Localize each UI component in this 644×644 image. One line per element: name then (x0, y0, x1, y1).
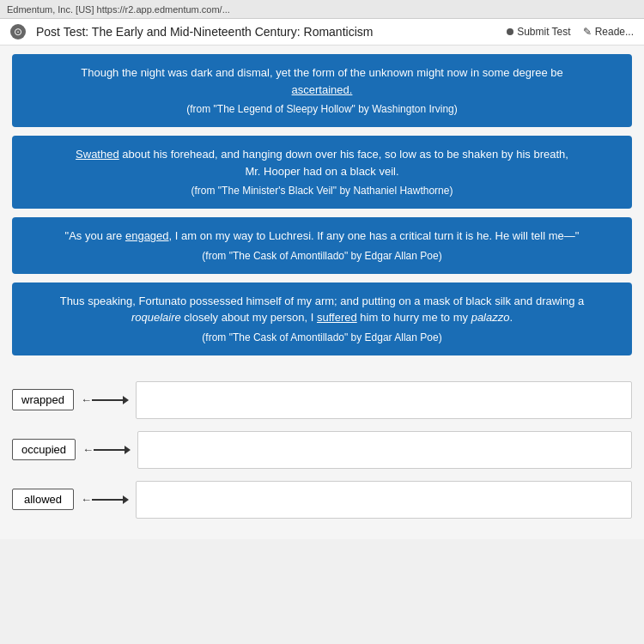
header-actions: Submit Test ✎ Reade... (507, 26, 634, 38)
arrow-line-3 (92, 499, 123, 501)
submit-test-button[interactable]: Submit Test (507, 26, 570, 38)
arrow-line-1 (92, 399, 123, 401)
quote-1-text: Though the night was dark and dismal, ye… (26, 64, 618, 98)
drag-drop-section: wrapped ← occupied ← allowed ← (0, 373, 644, 539)
drag-row-2: occupied ← (12, 431, 632, 469)
drop-target-2[interactable] (137, 431, 632, 469)
right-tip-2 (125, 446, 131, 454)
quote-4-palazzo-italic: palazzo (471, 311, 510, 324)
left-arrow-3: ← (81, 493, 92, 506)
quote-3-source: (from "The Cask of Amontillado" by Edgar… (26, 248, 618, 264)
right-tip-1 (123, 396, 129, 404)
reader-button[interactable]: ✎ Reade... (583, 26, 634, 38)
left-arrow-2: ← (82, 443, 94, 456)
submit-label: Submit Test (517, 26, 570, 38)
quote-2-underline: Swathed (76, 148, 119, 161)
quote-2-text: Swathed about his forehead, and hanging … (26, 146, 618, 179)
quote-4-italic: roquelaire (131, 311, 181, 324)
quote-2-source: (from "The Minister's Black Veil" by Nat… (26, 183, 618, 198)
reader-label: Reade... (595, 26, 634, 38)
page-title: Post Test: The Early and Mid-Nineteenth … (36, 25, 496, 39)
quote-card-3: "As you are engaged, I am on my way to L… (12, 217, 632, 274)
quote-4-source: (from "The Cask of Amontillado" by Edgar… (26, 330, 618, 345)
arrow-line-2 (94, 449, 125, 451)
drag-word-allowed[interactable]: allowed (12, 489, 74, 510)
quote-1-underline: ascertained. (292, 83, 353, 96)
quote-3-underline: engaged (125, 229, 169, 242)
drag-arrow-3: ← (81, 493, 129, 506)
quote-card-1: Though the night was dark and dismal, ye… (12, 54, 632, 127)
back-button[interactable]: ⊙ (10, 24, 26, 39)
quote-1-source: (from "The Legend of Sleepy Hollow" by W… (26, 101, 618, 117)
drag-row-1: wrapped ← (12, 381, 632, 419)
drag-row-3: allowed ← (12, 481, 632, 519)
drag-word-occupied[interactable]: occupied (12, 439, 76, 460)
drag-arrow-2: ← (82, 443, 131, 456)
drop-target-3[interactable] (136, 481, 632, 519)
reader-icon: ✎ (583, 26, 592, 38)
browser-bar: Edmentum, Inc. [US] https://r2.app.edmen… (0, 0, 644, 19)
drag-word-wrapped[interactable]: wrapped (12, 389, 74, 410)
quote-card-4: Thus speaking, Fortunato possessed himse… (12, 283, 632, 355)
main-content: Though the night was dark and dismal, ye… (0, 46, 644, 373)
drop-target-1[interactable] (136, 381, 632, 419)
quote-card-2: Swathed about his forehead, and hanging … (12, 136, 632, 209)
submit-icon (507, 28, 513, 35)
right-tip-3 (123, 495, 129, 504)
left-arrow-1: ← (81, 393, 92, 406)
header: ⊙ Post Test: The Early and Mid-Nineteent… (0, 19, 644, 46)
quote-4-text: Thus speaking, Fortunato possessed himse… (26, 293, 618, 326)
quote-4-underline: suffered (317, 311, 357, 324)
quote-3-text: "As you are engaged, I am on my way to L… (26, 228, 618, 245)
drag-arrow-1: ← (81, 393, 129, 406)
browser-url: Edmentum, Inc. [US] https://r2.app.edmen… (7, 4, 230, 15)
